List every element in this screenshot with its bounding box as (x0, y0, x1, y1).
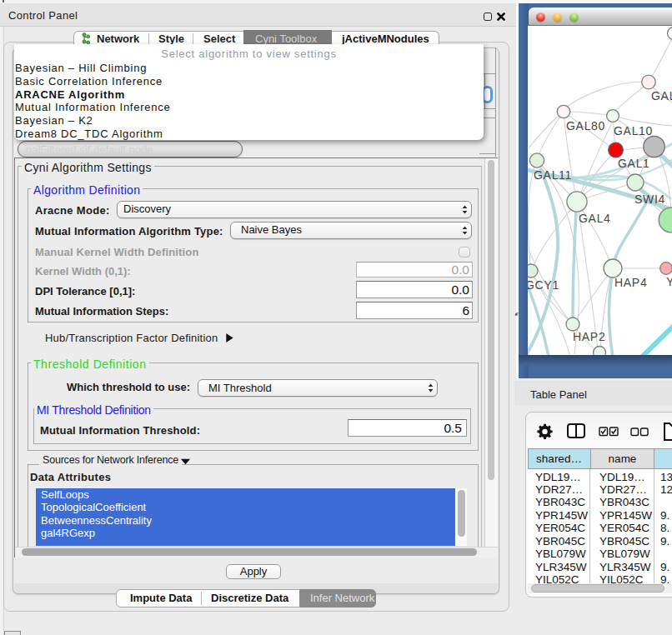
svg-text:GAL10: GAL10 (614, 124, 653, 138)
svg-text:GAL4: GAL4 (579, 212, 611, 225)
svg-text:GAL80: GAL80 (566, 119, 605, 132)
svg-text:Y: Y (666, 275, 672, 288)
svg-text:SWI4: SWI4 (634, 192, 665, 206)
svg-text:HAP4: HAP4 (614, 276, 647, 289)
svg-text:GCY1: GCY1 (528, 278, 559, 292)
svg-text:GAL11: GAL11 (534, 168, 572, 182)
svg-text:GAL1: GAL1 (618, 157, 650, 170)
svg-text:HAP2: HAP2 (573, 330, 605, 343)
svg-text:GAL2: GAL2 (651, 89, 672, 102)
